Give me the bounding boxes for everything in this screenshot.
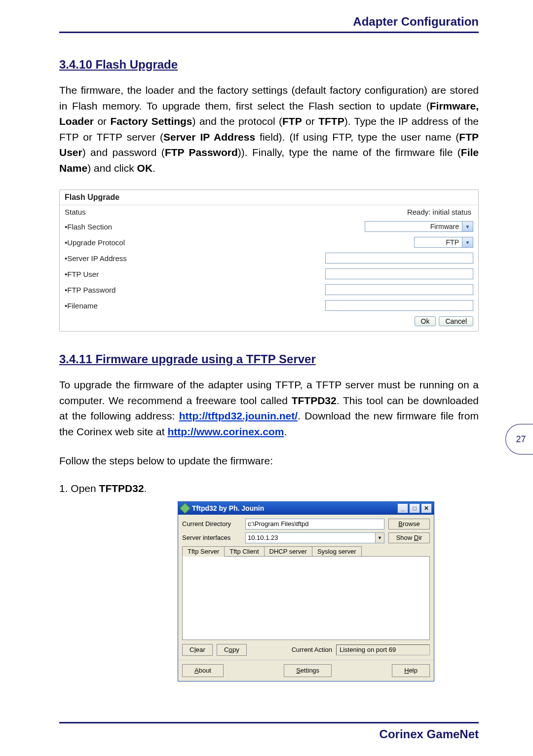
tab-syslog-server[interactable]: Syslog server: [312, 546, 362, 556]
row-status: Status Ready: initial status: [60, 205, 478, 219]
footer: Corinex GameNet: [59, 722, 479, 741]
paragraph-tftp-intro: To upgrade the firmware of the adapter u…: [59, 377, 479, 439]
page-number-badge: 27: [505, 424, 533, 454]
current-action-field: Listening on port 69: [336, 644, 430, 655]
label-ftp-user: •FTP User: [65, 270, 99, 278]
section-heading-tftp: 3.4.11 Firmware upgrade using a TFTP Ser…: [59, 352, 479, 366]
clear-button[interactable]: Clear: [182, 644, 213, 656]
cancel-button[interactable]: Cancel: [439, 316, 473, 326]
upgrade-protocol-select[interactable]: FTP ▼: [414, 237, 473, 248]
label-ftp-password: •FTP Password: [65, 286, 115, 294]
footer-brand: Corinex GameNet: [380, 727, 479, 741]
label-status: Status: [65, 208, 86, 216]
current-directory-input[interactable]: c:\Program Files\tftpd: [245, 519, 384, 529]
flash-upgrade-panel: Flash Upgrade Status Ready: initial stat…: [59, 189, 479, 332]
help-button[interactable]: Help: [392, 664, 430, 677]
link-tftpd32[interactable]: http://tftpd32.jounin.net/: [179, 410, 298, 421]
flash-panel-title: Flash Upgrade: [60, 190, 478, 205]
row-ftp-password: •FTP Password: [60, 282, 478, 298]
tab-dhcp-server[interactable]: DHCP server: [264, 546, 312, 556]
row-flash-section: •Flash Section Firmware ▼: [60, 219, 478, 234]
row-server-ip: •Server IP Address: [60, 250, 478, 266]
show-dir-button[interactable]: Show Dir: [388, 532, 430, 543]
server-ip-input[interactable]: [325, 253, 473, 264]
ftp-user-input[interactable]: [325, 268, 473, 279]
link-corinex[interactable]: http://www.corinex.com: [167, 426, 284, 437]
minimize-button[interactable]: _: [397, 503, 408, 513]
label-current-directory: Current Directory: [182, 520, 241, 528]
window-title: Tftpd32 by Ph. Jounin: [192, 504, 396, 512]
paragraph-follow-steps: Follow the steps below to update the fir…: [59, 453, 479, 469]
value-status: Ready: initial status: [86, 208, 473, 216]
flash-section-value: Firmware: [365, 223, 462, 230]
tftpd32-titlebar: Tftpd32 by Ph. Jounin _ □ ✕: [178, 502, 434, 515]
tabstrip: Tftp Server Tftp Client DHCP server Sysl…: [182, 546, 430, 556]
header-title: Adapter Configuration: [353, 15, 479, 28]
row-ftp-user: •FTP User: [60, 266, 478, 282]
chevron-down-icon: ▼: [375, 533, 384, 543]
label-filename: •Filename: [65, 302, 98, 310]
filename-input[interactable]: [325, 300, 473, 311]
maximize-button[interactable]: □: [409, 503, 420, 513]
label-upgrade-protocol: •Upgrade Protocol: [65, 238, 125, 247]
label-server-interfaces: Server interfaces: [182, 534, 241, 541]
upgrade-protocol-value: FTP: [415, 238, 462, 246]
browse-button[interactable]: Browse: [388, 519, 430, 529]
flash-section-select[interactable]: Firmware ▼: [365, 221, 473, 232]
label-flash-section: •Flash Section: [65, 223, 112, 231]
tab-pane: [182, 556, 430, 640]
section-heading-flash-upgrade: 3.4.10 Flash Upgrade: [59, 58, 479, 72]
ok-button[interactable]: Ok: [415, 316, 436, 326]
tab-tftp-client[interactable]: Tftp Client: [224, 546, 264, 556]
paragraph-flash-upgrade: The firmware, the loader and the factory…: [59, 82, 479, 176]
step-1: 1. Open TFTPD32.: [59, 483, 479, 494]
app-icon: [180, 502, 191, 514]
chevron-down-icon: ▼: [462, 237, 473, 247]
settings-button[interactable]: Settings: [284, 664, 332, 677]
label-server-ip: •Server IP Address: [65, 254, 127, 263]
row-filename: •Filename: [60, 298, 478, 313]
server-interfaces-select[interactable]: 10.10.1.23 ▼: [245, 532, 384, 543]
tab-tftp-server[interactable]: Tftp Server: [182, 546, 225, 557]
tftpd32-screenshot: Tftpd32 by Ph. Jounin _ □ ✕ Current Dire…: [59, 501, 479, 681]
tftpd32-window: Tftpd32 by Ph. Jounin _ □ ✕ Current Dire…: [178, 501, 434, 681]
copy-button[interactable]: Copy: [217, 644, 247, 656]
about-button[interactable]: About: [182, 664, 224, 677]
label-current-action: Current Action: [292, 646, 332, 653]
close-button[interactable]: ✕: [421, 503, 432, 513]
row-upgrade-protocol: •Upgrade Protocol FTP ▼: [60, 234, 478, 250]
chevron-down-icon: ▼: [462, 222, 473, 231]
ftp-password-input[interactable]: [325, 284, 473, 295]
header-bar: Adapter Configuration: [59, 15, 479, 33]
